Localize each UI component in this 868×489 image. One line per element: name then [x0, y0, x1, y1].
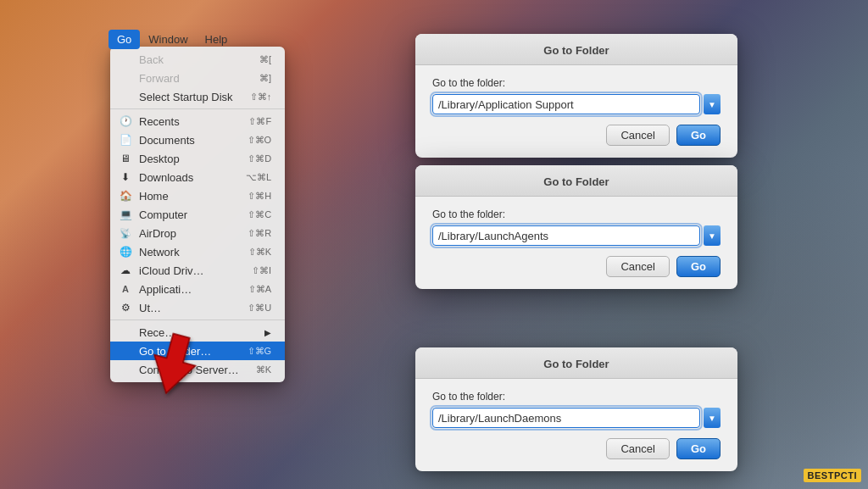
back-icon: [117, 53, 134, 66]
menu-item-airdrop-shortcut: ⇧⌘R: [231, 228, 271, 239]
icloud-icon: ☁: [117, 264, 134, 277]
menu-item-recents[interactable]: 🕐 Recents ⇧⌘F: [110, 112, 285, 131]
menu-item-desktop[interactable]: 🖥 Desktop ⇧⌘D: [110, 149, 285, 168]
menu-item-computer-shortcut: ⇧⌘C: [231, 209, 271, 220]
goto-folder-dialog-1: Go to Folder Go to the folder: ▼ Cancel …: [415, 34, 737, 158]
goto-folder-dialog-3: Go to Folder Go to the folder: ▼ Cancel …: [415, 347, 737, 471]
menu-item-startup[interactable]: Select Startup Disk ⇧⌘↑: [110, 87, 285, 106]
menu-item-goto-folder-shortcut: ⇧⌘G: [231, 346, 272, 357]
menu-item-computer-label: Computer: [139, 208, 231, 221]
dialog-3-input-row: ▼: [432, 408, 721, 428]
menu-title-help[interactable]: Help: [197, 30, 236, 49]
menu-item-back-label: Back: [139, 53, 242, 66]
dialog-1-label: Go to the folder:: [432, 77, 721, 89]
menu-item-network-shortcut: ⇧⌘K: [231, 247, 271, 258]
menu-item-goto-folder-label: Go to Folder…: [139, 345, 231, 358]
menu-item-desktop-label: Desktop: [139, 153, 231, 165]
dialog-1-input[interactable]: [432, 94, 700, 114]
goto-folder-icon: [117, 344, 134, 358]
menu-title-go[interactable]: Go: [108, 30, 140, 49]
menu-item-back[interactable]: Back ⌘[: [110, 50, 285, 69]
dialog-3-cancel-button[interactable]: Cancel: [606, 438, 669, 459]
menu-item-recents-label: Recents: [139, 115, 231, 128]
menu-item-goto-folder[interactable]: Go to Folder… ⇧⌘G: [110, 342, 285, 360]
menu-item-startup-shortcut: ⇧⌘↑: [233, 92, 272, 103]
menu-item-network[interactable]: 🌐 Network ⇧⌘K: [110, 242, 285, 261]
menu-item-icloud[interactable]: ☁ iCloud Driv… ⇧⌘I: [110, 261, 285, 280]
menu-item-forward[interactable]: Forward ⌘]: [110, 69, 285, 87]
menu-item-network-label: Network: [139, 246, 231, 258]
dialog-2-dropdown-btn[interactable]: ▼: [704, 225, 721, 246]
watermark: BESTPCTI: [804, 469, 861, 482]
dialog-2-title: Go to Folder: [543, 175, 609, 188]
menu-item-airdrop[interactable]: 📡 AirDrop ⇧⌘R: [110, 224, 285, 242]
goto-folder-dialog-2: Go to Folder Go to the folder: ▼ Cancel …: [415, 165, 737, 289]
menu-title-window[interactable]: Window: [140, 30, 196, 49]
dialog-1-dropdown-btn[interactable]: ▼: [704, 94, 721, 114]
menu-item-home[interactable]: 🏠 Home ⇧⌘H: [110, 186, 285, 205]
menu-item-downloads-label: Downloads: [139, 171, 229, 184]
airdrop-icon: 📡: [117, 226, 134, 240]
dialog-2-input-row: ▼: [432, 225, 721, 246]
startup-icon: [117, 90, 134, 103]
downloads-icon: ⬇: [117, 170, 134, 184]
menu-item-home-label: Home: [139, 190, 231, 203]
dialog-3-go-button[interactable]: Go: [676, 438, 721, 459]
dialog-3-input[interactable]: [432, 408, 700, 428]
dialog-2-go-button[interactable]: Go: [676, 256, 721, 277]
dialog-1-buttons: Cancel Go: [432, 125, 721, 146]
dialog-3-dropdown-btn[interactable]: ▼: [704, 408, 721, 428]
menu-item-desktop-shortcut: ⇧⌘D: [231, 153, 271, 164]
dialog-2-input[interactable]: [432, 225, 700, 246]
menu-item-connect-server[interactable]: Connect to Server… ⌘K: [110, 360, 285, 379]
menu-item-documents-label: Documents: [139, 134, 231, 147]
menu-item-downloads-shortcut: ⌥⌘L: [229, 172, 271, 183]
menu-item-applications[interactable]: A Applicati… ⇧⌘A: [110, 280, 285, 298]
menu-item-computer[interactable]: 💻 Computer ⇧⌘C: [110, 205, 285, 224]
dialog-3-body: Go to the folder: ▼ Cancel Go: [415, 379, 737, 471]
menu-item-documents[interactable]: 📄 Documents ⇧⌘O: [110, 131, 285, 149]
menu-item-downloads[interactable]: ⬇ Downloads ⌥⌘L: [110, 168, 285, 186]
dialog-3-buttons: Cancel Go: [432, 438, 721, 459]
dialog-2-label: Go to the folder:: [432, 208, 721, 220]
recents-icon: 🕐: [117, 114, 134, 128]
menu-item-utilities-label: Ut…: [139, 302, 231, 314]
menu-item-applications-shortcut: ⇧⌘A: [231, 284, 271, 295]
connect-server-icon: [117, 363, 134, 376]
go-menu-dropdown: Back ⌘[ Forward ⌘] Select Startup Disk ⇧…: [110, 47, 285, 382]
menu-item-icloud-label: iCloud Driv…: [139, 264, 235, 277]
menu-item-utilities-shortcut: ⇧⌘U: [231, 303, 271, 314]
menu-item-applications-label: Applicati…: [139, 283, 231, 296]
divider-1: [110, 108, 285, 109]
menu-item-back-shortcut: ⌘[: [242, 54, 271, 65]
dialog-1-body: Go to the folder: ▼ Cancel Go: [415, 65, 737, 158]
recent-folders-icon: [117, 325, 134, 339]
dialog-1-go-button[interactable]: Go: [676, 125, 721, 146]
menu-item-icloud-shortcut: ⇧⌘I: [235, 265, 271, 276]
menu-item-documents-shortcut: ⇧⌘O: [231, 135, 272, 146]
menu-title-bar: Go Window Help: [108, 30, 236, 49]
network-icon: 🌐: [117, 245, 134, 258]
dialog-3-label: Go to the folder:: [432, 391, 721, 403]
menu-item-forward-label: Forward: [139, 72, 242, 85]
documents-icon: 📄: [117, 133, 134, 147]
menu-item-utilities[interactable]: ⚙ Ut… ⇧⌘U: [110, 298, 285, 317]
menu-item-forward-shortcut: ⌘]: [242, 73, 271, 84]
computer-icon: 💻: [117, 208, 134, 221]
menu-item-connect-server-shortcut: ⌘K: [239, 364, 271, 375]
dialog-2-cancel-button[interactable]: Cancel: [606, 256, 669, 277]
dialog-2-titlebar: Go to Folder: [415, 165, 737, 197]
dialog-1-cancel-button[interactable]: Cancel: [606, 125, 669, 146]
utilities-icon: ⚙: [117, 301, 134, 314]
dialog-3-titlebar: Go to Folder: [415, 347, 737, 379]
home-icon: 🏠: [117, 189, 134, 203]
divider-2: [110, 320, 285, 320]
dialog-1-input-row: ▼: [432, 94, 721, 114]
dialog-3-title: Go to Folder: [543, 358, 609, 370]
menu-item-connect-server-label: Connect to Server…: [139, 364, 239, 376]
forward-icon: [117, 71, 134, 85]
menu-item-startup-label: Select Startup Disk: [139, 91, 233, 103]
menu-item-recent-folders[interactable]: Rece… ▶: [110, 323, 285, 342]
menu-item-home-shortcut: ⇧⌘H: [231, 191, 271, 202]
dialog-2-buttons: Cancel Go: [432, 256, 721, 277]
